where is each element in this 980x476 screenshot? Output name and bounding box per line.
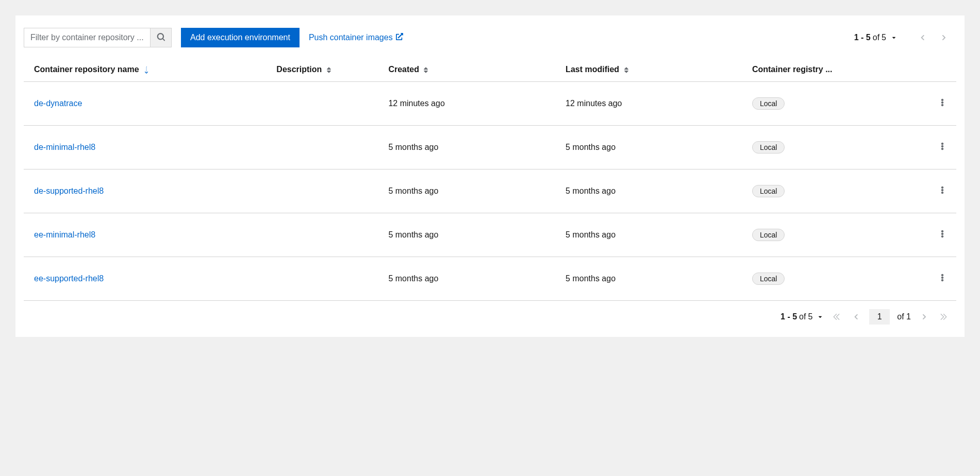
caret-down-icon bbox=[818, 312, 823, 321]
prev-page-button[interactable] bbox=[850, 314, 862, 320]
row-actions-kebab[interactable] bbox=[939, 275, 946, 283]
repo-created: 12 minutes ago bbox=[378, 82, 555, 126]
row-actions-kebab[interactable] bbox=[939, 99, 946, 108]
registry-badge: Local bbox=[752, 141, 785, 154]
repo-name-link[interactable]: de-dynatrace bbox=[34, 99, 82, 108]
repo-modified: 12 minutes ago bbox=[555, 82, 742, 126]
repo-created: 5 months ago bbox=[378, 169, 555, 213]
col-header-created[interactable]: Created bbox=[378, 58, 555, 82]
current-page-input[interactable] bbox=[869, 309, 890, 325]
registry-badge: Local bbox=[752, 229, 785, 241]
table-row: ee-supported-rhel85 months ago5 months a… bbox=[24, 257, 956, 301]
col-header-modified[interactable]: Last modified bbox=[555, 58, 742, 82]
col-header-registry-label: Container registry ... bbox=[752, 65, 833, 74]
top-nav-group bbox=[916, 35, 950, 41]
search-icon bbox=[157, 33, 165, 43]
first-page-button[interactable] bbox=[830, 313, 842, 320]
repo-description bbox=[266, 169, 378, 213]
sort-both-icon bbox=[624, 66, 629, 74]
add-execution-environment-button[interactable]: Add execution environment bbox=[181, 28, 300, 47]
row-actions-kebab[interactable] bbox=[939, 231, 946, 240]
repo-description bbox=[266, 82, 378, 126]
external-link-icon bbox=[396, 33, 403, 42]
repo-description bbox=[266, 257, 378, 301]
push-container-images-label: Push container images bbox=[309, 33, 393, 42]
repo-created: 5 months ago bbox=[378, 213, 555, 257]
pagination-footer: 1 - 5 of 5 of 1 bbox=[24, 301, 956, 325]
table-row: de-dynatrace12 minutes ago12 minutes ago… bbox=[24, 82, 956, 126]
col-header-created-label: Created bbox=[388, 65, 419, 74]
col-header-description-label: Description bbox=[276, 65, 322, 74]
table-row: de-minimal-rhel85 months ago5 months ago… bbox=[24, 126, 956, 169]
col-header-name[interactable]: Container repository name bbox=[24, 58, 266, 82]
repo-description bbox=[266, 126, 378, 169]
table-row: ee-minimal-rhel85 months ago5 months ago… bbox=[24, 213, 956, 257]
registry-badge: Local bbox=[752, 185, 785, 197]
next-page-button-top[interactable] bbox=[938, 35, 950, 41]
push-container-images-link[interactable]: Push container images bbox=[309, 33, 403, 42]
panel: Add execution environment Push container… bbox=[15, 15, 965, 337]
toolbar: Add execution environment Push container… bbox=[24, 28, 956, 49]
sort-both-icon bbox=[326, 66, 331, 74]
sort-asc-icon bbox=[143, 66, 150, 74]
caret-down-icon bbox=[891, 33, 896, 42]
registry-badge: Local bbox=[752, 273, 785, 285]
repo-description bbox=[266, 213, 378, 257]
pagination-summary-top[interactable]: 1 - 5 of 5 bbox=[854, 33, 896, 42]
col-header-modified-label: Last modified bbox=[566, 65, 619, 74]
repo-modified: 5 months ago bbox=[555, 169, 742, 213]
page-of-label: of 1 bbox=[897, 312, 911, 321]
col-header-description[interactable]: Description bbox=[266, 58, 378, 82]
registry-badge: Local bbox=[752, 97, 785, 110]
repo-created: 5 months ago bbox=[378, 126, 555, 169]
repo-modified: 5 months ago bbox=[555, 213, 742, 257]
row-actions-kebab[interactable] bbox=[939, 143, 946, 152]
container-repo-table: Container repository name Description Cr… bbox=[24, 58, 956, 301]
pagination-range: 1 - 5 bbox=[854, 33, 871, 42]
pagination-total-bottom: 5 bbox=[808, 312, 812, 321]
repo-created: 5 months ago bbox=[378, 257, 555, 301]
repo-name-link[interactable]: ee-minimal-rhel8 bbox=[34, 230, 95, 239]
repo-name-link[interactable]: de-minimal-rhel8 bbox=[34, 143, 95, 151]
col-header-registry[interactable]: Container registry ... bbox=[742, 58, 910, 82]
filter-input[interactable] bbox=[24, 28, 150, 47]
prev-page-button-top[interactable] bbox=[916, 35, 928, 41]
pagination-of: of bbox=[873, 33, 879, 42]
page-of-word: of bbox=[897, 312, 904, 321]
pagination-range-bottom: 1 - 5 bbox=[780, 312, 797, 321]
row-actions-kebab[interactable] bbox=[939, 187, 946, 196]
repo-modified: 5 months ago bbox=[555, 257, 742, 301]
table-row: de-supported-rhel85 months ago5 months a… bbox=[24, 169, 956, 213]
col-header-name-label: Container repository name bbox=[34, 65, 139, 74]
repo-name-link[interactable]: ee-supported-rhel8 bbox=[34, 274, 104, 283]
last-page-button[interactable] bbox=[938, 313, 950, 320]
search-button[interactable] bbox=[150, 28, 172, 47]
repo-modified: 5 months ago bbox=[555, 126, 742, 169]
page-total: 1 bbox=[906, 312, 911, 321]
col-header-actions bbox=[910, 58, 956, 82]
next-page-button[interactable] bbox=[918, 314, 931, 320]
repo-name-link[interactable]: de-supported-rhel8 bbox=[34, 186, 104, 195]
sort-both-icon bbox=[423, 66, 428, 74]
pagination-summary-bottom[interactable]: 1 - 5 of 5 bbox=[780, 312, 823, 321]
pagination-total: 5 bbox=[882, 33, 886, 42]
pagination-of-bottom: of bbox=[799, 312, 806, 321]
search-group bbox=[24, 28, 172, 47]
